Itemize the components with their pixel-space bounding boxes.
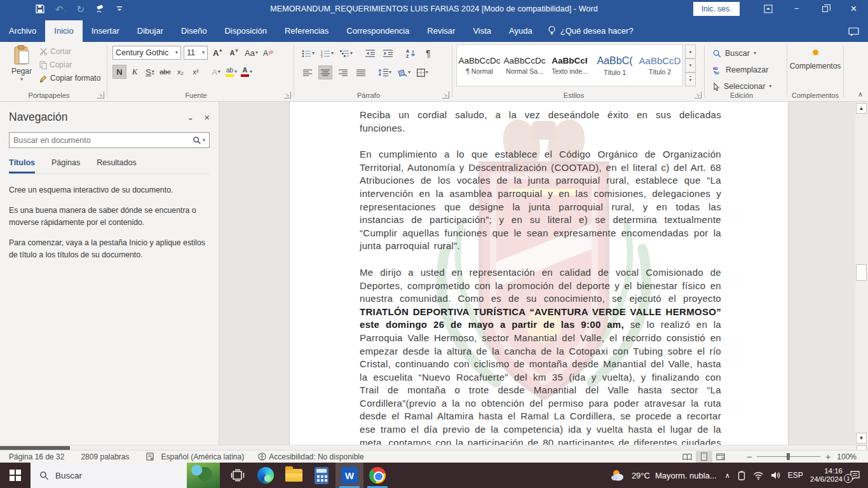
bullets-button[interactable]: ▾ [301,46,316,60]
accessibility-icon[interactable] [258,452,266,461]
estilos-dialog-launcher[interactable]: ↘ [695,92,702,98]
document-search-box[interactable]: ▾ [9,132,210,148]
zoom-in-button[interactable]: + [825,452,831,462]
shrink-font-button[interactable]: A▾ [227,46,241,60]
tab-inicio[interactable]: Inicio [45,20,82,42]
close-button[interactable]: × [839,0,868,18]
input-language-indicator[interactable]: ESP [788,471,803,480]
save-icon[interactable] [36,4,44,13]
navigation-options-chevron-icon[interactable]: ⌄ [187,112,194,122]
file-explorer-icon[interactable] [280,463,308,488]
language-indicator[interactable]: Español (América latina) [161,452,244,461]
replace-button[interactable]: abac Reemplazar [713,63,771,77]
feedback-icon[interactable] [848,27,868,42]
shading-button[interactable]: ▾ [397,65,412,79]
find-button[interactable]: Buscar▾ [713,46,771,60]
cut-button[interactable]: Cortar [39,47,100,56]
taskbar-search-box[interactable]: Buscar [31,463,220,488]
scroll-up-arrow[interactable]: ▲ [856,103,867,114]
tab-insertar[interactable]: Insertar [83,20,128,42]
style-normal[interactable]: AaBbCcDc ¶ Normal [457,45,502,86]
styles-more-button[interactable]: ▾ [685,72,696,86]
restore-button[interactable] [811,0,839,18]
zoom-percentage[interactable]: 100% [837,452,857,461]
search-icon[interactable]: ▾ [193,136,209,145]
document-text[interactable]: Reciba un cordial saludo, a la vez deseá… [360,109,721,445]
paragraph-2-text[interactable]: En cumplimiento a lo que establece el Có… [360,149,721,251]
highlight-color-button[interactable]: ab ▾ [224,65,238,79]
paragraph-3-run-3[interactable]: se lo realizó en la Parroquia Valle Herm… [360,319,721,445]
multilevel-list-button[interactable]: ▾ [339,46,354,60]
chrome-icon[interactable] [363,463,391,488]
align-left-button[interactable] [301,65,315,79]
word-count[interactable]: 2809 palabras [81,452,129,461]
style-texto-independiente[interactable]: AaBbCcI Texto inde... [547,45,592,86]
paste-button[interactable]: Pegar ▾ [6,45,37,82]
nav-tab-paginas[interactable]: Páginas [51,158,80,173]
parrafo-dialog-launcher[interactable]: ↘ [442,92,449,98]
tab-correspondencia[interactable]: Correspondencia [337,20,418,42]
grow-font-button[interactable]: A▴ [210,46,224,60]
tab-referencias[interactable]: Referencias [276,20,337,42]
eraser-icon[interactable] [95,4,105,13]
show-marks-button[interactable]: ¶ [421,46,435,60]
search-input[interactable] [10,136,193,145]
clock[interactable]: 14:16 24/6/2024 [810,467,843,484]
decrease-indent-button[interactable] [363,46,377,60]
minimize-button[interactable]: − [782,0,811,18]
horizontal-scrollbar[interactable] [0,445,868,450]
justify-button[interactable] [354,65,368,79]
copy-button[interactable]: Copiar [39,60,100,69]
style-titulo-1[interactable]: AaBbC( Título 1 [592,45,637,86]
word-taskbar-icon[interactable]: W [336,463,363,488]
nav-tab-resultados[interactable]: Resultados [97,158,137,173]
task-view-icon[interactable] [224,463,252,488]
font-color-button[interactable]: A ▾ [240,65,254,79]
undo-icon[interactable]: ↶▾ [55,4,66,14]
tab-disposicion[interactable]: Disposición [215,20,275,42]
redo-icon[interactable]: ↻ [77,4,85,14]
collapse-ribbon-icon[interactable]: ∧ [858,90,863,98]
search-highlight-image[interactable] [187,463,220,488]
wifi-icon[interactable] [753,471,764,480]
scroll-down-arrow[interactable]: ▼ [856,433,867,444]
print-layout-view-icon[interactable] [696,451,712,463]
paragraph-1-text[interactable]: Reciba un cordial saludo, a la vez deseá… [360,109,721,133]
ribbon-display-options-icon[interactable] [754,0,782,18]
sort-button[interactable]: AZ [403,46,417,60]
borders-button[interactable]: ▾ [416,65,430,79]
style-normal-sa[interactable]: AaBbCcDc Normal Sa... [502,45,547,86]
zoom-out-button[interactable]: − [747,452,752,462]
styles-scroll-up[interactable]: ▴ [685,44,696,58]
weather-widget[interactable]: 29°C Mayorm. nubla... [610,469,717,482]
font-size-combobox[interactable]: 11▾ [184,46,208,60]
clear-formatting-button[interactable]: A [262,46,276,60]
tell-me-box[interactable]: ¿Qué desea hacer? [541,20,640,42]
edge-icon[interactable] [252,463,280,488]
nav-tab-titulos[interactable]: Títulos [9,158,35,173]
web-layout-view-icon[interactable] [712,451,729,463]
zoom-slider-thumb[interactable] [787,453,790,460]
customize-qat-icon[interactable] [116,6,123,12]
addins-button[interactable]: Complementos [787,50,843,71]
bold-button[interactable]: N [112,65,126,79]
styles-scroll-down[interactable]: ▾ [685,58,696,72]
align-center-button[interactable] [318,65,332,79]
superscript-button[interactable]: x² [189,65,203,79]
tab-ayuda[interactable]: Ayuda [500,20,541,42]
calculator-icon[interactable] [308,463,336,488]
style-titulo-2[interactable]: AaBbCcD Título 2 [637,45,682,86]
tray-chevron-icon[interactable]: ∧ [725,471,730,480]
zoom-slider[interactable] [757,456,820,457]
start-button[interactable] [0,463,31,488]
format-painter-button[interactable]: Copiar formato [39,74,100,83]
tab-archivo[interactable]: Archivo [0,20,45,42]
notification-center-icon[interactable]: 1 [850,470,860,480]
device-icon[interactable] [737,471,746,480]
proofing-errors-icon[interactable] [146,452,154,461]
read-mode-view-icon[interactable] [679,451,696,463]
line-spacing-button[interactable]: ▾ [377,65,393,79]
accessibility-status[interactable]: Accesibilidad: No disponible [269,452,363,461]
subscript-button[interactable]: x₂ [173,65,187,79]
align-right-button[interactable] [336,65,350,79]
